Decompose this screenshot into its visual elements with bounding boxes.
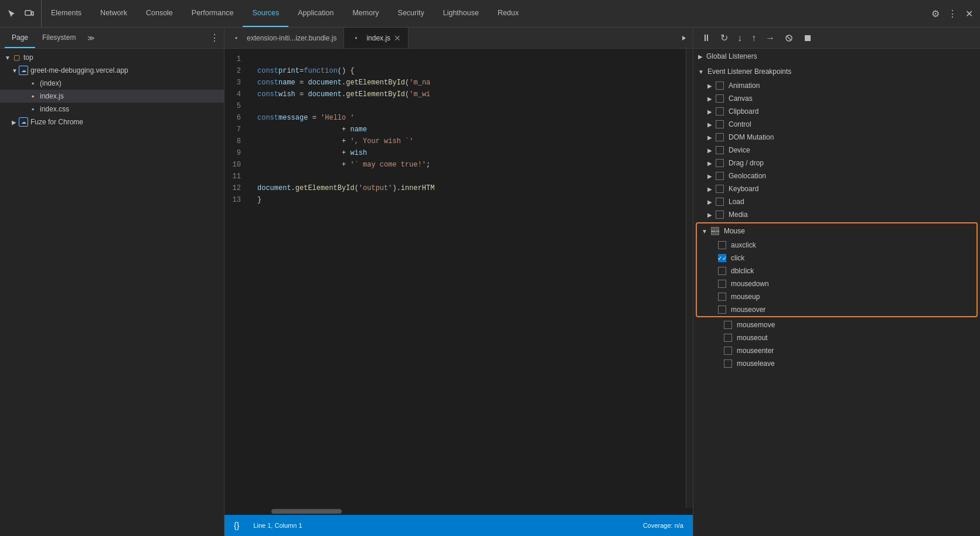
checkbox-mouseleave[interactable]	[724, 359, 732, 368]
tab-lighthouse[interactable]: Lighthouse	[434, 0, 488, 27]
checkbox-mousedown[interactable]	[718, 280, 726, 288]
checkbox-mouseover[interactable]	[718, 306, 726, 314]
mouse-sub-click[interactable]: ✓ click	[697, 252, 976, 264]
svg-line-4	[787, 36, 791, 40]
listener-keyboard[interactable]: ▶ Keyboard	[693, 182, 980, 195]
tab-redux[interactable]: Redux	[488, 0, 528, 27]
listener-canvas[interactable]: ▶ Canvas	[693, 92, 980, 105]
mouse-header[interactable]: ▼ − Mouse	[697, 223, 976, 239]
cursor-icon[interactable]	[5, 6, 19, 21]
global-listeners-header[interactable]: ▶ Global Listeners	[693, 49, 980, 64]
folder-icon-top: ▢	[12, 53, 21, 62]
nav-right-icons: ⚙ ⋮ ✕	[924, 6, 980, 22]
checkbox-media[interactable]	[716, 211, 724, 219]
step-button[interactable]: →	[762, 30, 778, 46]
mouse-sub-mouseleave[interactable]: mouseleave	[693, 357, 980, 370]
sidebar-tab-page[interactable]: Page	[5, 28, 35, 48]
listener-dom-mutation[interactable]: ▶ DOM Mutation	[693, 131, 980, 144]
tree-label-index-html: (index)	[40, 79, 62, 87]
tree-item-index-js[interactable]: ▶ ▪ index.js	[0, 90, 224, 103]
editor-tab-extension-init[interactable]: ▪ extension-initi...izer.bundle.js	[224, 28, 344, 48]
tree-item-index-html[interactable]: ▶ ▪ (index)	[0, 77, 224, 90]
checkbox-load[interactable]	[716, 198, 724, 206]
step-out-button[interactable]: ↑	[748, 30, 760, 46]
record-button[interactable]	[674, 28, 693, 48]
mouse-sub-mouseup[interactable]: mouseup	[697, 290, 976, 303]
code-line-12: document.getElementById('output').innerH…	[248, 182, 686, 194]
tree-item-index-css[interactable]: ▶ ▪ index.css	[0, 103, 224, 116]
listener-clipboard[interactable]: ▶ Clipboard	[693, 105, 980, 118]
checkbox-mouseenter[interactable]	[724, 347, 732, 355]
deactivate-breakpoints-button[interactable]	[781, 31, 797, 45]
checkbox-device[interactable]	[716, 146, 724, 154]
coverage-info: Coverage: n/a	[643, 522, 683, 529]
checkbox-dblclick[interactable]	[718, 267, 726, 275]
label-mouseover: mouseover	[731, 306, 765, 314]
vertical-scrollbar[interactable]	[686, 49, 693, 508]
mouse-sub-mouseout[interactable]: mouseout	[693, 331, 980, 344]
mouse-sub-mousemove[interactable]: mousemove	[693, 318, 980, 331]
more-tabs-icon[interactable]: ≫	[85, 32, 97, 45]
listener-arrow-clipboard: ▶	[707, 108, 712, 115]
tab-network[interactable]: Network	[91, 0, 137, 27]
code-content[interactable]: const print = function() { const name = …	[248, 49, 686, 508]
checkbox-control[interactable]	[716, 120, 724, 128]
tree-arrow-fuze: ▶	[12, 119, 19, 125]
listener-drag-drop[interactable]: ▶ Drag / drop	[693, 157, 980, 169]
sidebar-tab-filesystem[interactable]: Filesystem	[35, 28, 83, 48]
event-listener-arrow: ▼	[698, 69, 704, 75]
listener-arrow-animation: ▶	[707, 83, 712, 89]
device-toggle-icon[interactable]	[22, 6, 36, 21]
horizontal-scrollbar[interactable]	[224, 508, 693, 515]
listener-load[interactable]: ▶ Load	[693, 195, 980, 208]
tab-elements[interactable]: Elements	[42, 0, 91, 27]
mouse-sub-mouseover[interactable]: mouseover	[697, 303, 976, 316]
mouse-sub-dblclick[interactable]: dblclick	[697, 264, 976, 277]
checkbox-dom-mutation[interactable]	[716, 133, 724, 141]
settings-icon[interactable]: ⚙	[929, 6, 942, 22]
tree-item-top[interactable]: ▼ ▢ top	[0, 51, 224, 64]
close-tab-icon[interactable]: ✕	[394, 34, 401, 42]
close-devtools-icon[interactable]: ✕	[963, 6, 975, 22]
checkbox-mouse[interactable]: −	[711, 227, 719, 235]
editor-tab-index-js[interactable]: ▪ index.js ✕	[344, 28, 409, 48]
tab-security[interactable]: Security	[389, 0, 434, 27]
checkbox-mouseout[interactable]	[724, 334, 732, 342]
checkbox-canvas[interactable]	[716, 94, 724, 103]
more-options-icon[interactable]: ⋮	[945, 6, 959, 22]
checkbox-keyboard[interactable]	[716, 185, 724, 193]
checkbox-mouseup[interactable]	[718, 293, 726, 301]
step-over-button[interactable]: ↻	[717, 30, 731, 46]
listener-control[interactable]: ▶ Control	[693, 118, 980, 131]
checkbox-click[interactable]: ✓	[718, 254, 726, 262]
listener-geolocation[interactable]: ▶ Geolocation	[693, 169, 980, 182]
checkbox-clipboard[interactable]	[716, 107, 724, 116]
tree-item-fuze[interactable]: ▶ ☁ Fuze for Chrome	[0, 116, 224, 128]
listener-media[interactable]: ▶ Media	[693, 208, 980, 221]
step-into-button[interactable]: ↓	[734, 30, 746, 46]
listener-device[interactable]: ▶ Device	[693, 144, 980, 157]
tab-memory[interactable]: Memory	[343, 0, 388, 27]
tab-application[interactable]: Application	[288, 0, 343, 27]
mouse-sub-mouseenter[interactable]: mouseenter	[693, 344, 980, 357]
nav-tabs: Elements Network Console Performance Sou…	[42, 0, 924, 27]
tree-item-greet-me[interactable]: ▼ ☁ greet-me-debugging.vercel.app	[0, 64, 224, 77]
tab-sources[interactable]: Sources	[243, 0, 288, 27]
checkbox-geolocation[interactable]	[716, 172, 724, 180]
checkbox-auxclick[interactable]	[718, 241, 726, 249]
checkbox-drag-drop[interactable]	[716, 159, 724, 167]
listener-animation[interactable]: ▶ Animation	[693, 79, 980, 92]
label-mouseout: mouseout	[737, 334, 768, 342]
pretty-print-icon[interactable]: {}	[234, 521, 239, 530]
mouse-sub-mousedown[interactable]: mousedown	[697, 277, 976, 290]
sidebar-menu-icon[interactable]: ⋮	[210, 32, 219, 43]
event-listener-breakpoints-header[interactable]: ▼ Event Listener Breakpoints	[693, 64, 980, 79]
tab-performance[interactable]: Performance	[182, 0, 243, 27]
tab-console[interactable]: Console	[137, 0, 182, 27]
mouse-sub-auxclick[interactable]: auxclick	[697, 239, 976, 252]
global-listeners-arrow: ▶	[698, 53, 703, 60]
pause-button[interactable]: ⏸	[698, 30, 714, 46]
pause-on-exception-button[interactable]: ⏹	[799, 30, 816, 46]
checkbox-mousemove[interactable]	[724, 321, 732, 329]
checkbox-animation[interactable]	[716, 82, 724, 90]
